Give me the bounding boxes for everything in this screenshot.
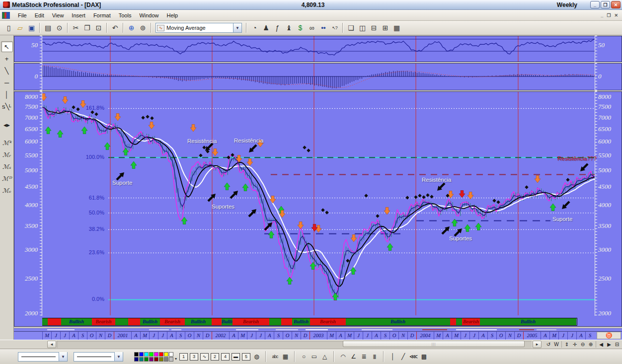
color-swatch[interactable] <box>139 352 144 357</box>
line-study-r-tool[interactable]: ℳᵣ <box>1 149 13 160</box>
scroll-right-button[interactable]: ▸ <box>533 341 542 348</box>
ellipse-tool-button[interactable]: ○ <box>299 352 309 362</box>
menu-insert[interactable]: Insert <box>68 11 89 19</box>
tile-grid-icon[interactable]: ⊞ <box>380 22 391 33</box>
next-chart-button[interactable]: ▶ <box>605 341 613 348</box>
scroll-left-right-tool[interactable]: ◂▸ <box>1 119 13 130</box>
zoom-out-button[interactable]: ⊖ <box>579 341 587 348</box>
paste-icon[interactable]: ⊡ <box>93 22 104 33</box>
downloader-icon[interactable]: $ <box>295 22 306 33</box>
color-swatch[interactable] <box>149 352 154 357</box>
close-button[interactable]: ✕ <box>611 1 621 8</box>
scroll-left-button[interactable]: ◂ <box>47 341 56 348</box>
line-study-s-tool[interactable]: ℳₛ <box>1 161 13 172</box>
crosshair-icon[interactable]: ⊕ <box>126 22 137 33</box>
stop-loss-tool[interactable]: s╲ᴸ <box>1 101 13 112</box>
zoom-in-button[interactable]: ⊕ <box>587 341 595 348</box>
explorer-icon[interactable]: ♟ <box>260 22 272 33</box>
chart-page-2-button[interactable]: 2 <box>211 353 219 361</box>
chart-page-5-button[interactable]: 5 <box>242 353 250 361</box>
oscillator-plot[interactable] <box>42 36 595 62</box>
color-swatch[interactable] <box>164 352 168 357</box>
pattern-button[interactable]: ▩ <box>419 352 429 362</box>
child-restore-icon[interactable]: ❐ <box>607 13 611 18</box>
weekly-periodicity-button[interactable]: W <box>552 341 560 348</box>
menu-edit[interactable]: Edit <box>31 11 48 19</box>
color-swatch[interactable] <box>154 352 158 357</box>
horizontal-line-tool[interactable]: ─ <box>1 77 13 88</box>
indicator-combo[interactable]: ∿Moving Average▼ <box>156 23 242 33</box>
fibonacci-timezones-button[interactable]: |||| <box>369 352 380 362</box>
pointer-tool[interactable]: ↖ <box>1 41 13 52</box>
menu-window[interactable]: Window <box>135 11 162 19</box>
gann-fan-button[interactable]: ⋘ <box>408 352 419 362</box>
tile-horizontal-icon[interactable]: ⊟ <box>368 22 380 33</box>
trendline-tool[interactable]: ╲ <box>1 65 13 76</box>
line-style-select-dropdown-button[interactable]: ▼ <box>59 352 67 361</box>
print-preview-icon[interactable]: ⊙ <box>54 22 65 33</box>
line-study-d-tool[interactable]: ℳᴰ <box>1 173 13 184</box>
color-swatch[interactable] <box>169 357 173 362</box>
cascade-windows-icon[interactable]: ❏ <box>345 22 357 33</box>
color-swatch[interactable] <box>169 352 173 357</box>
color-swatch[interactable] <box>149 357 154 362</box>
price-plot[interactable] <box>42 92 595 315</box>
triangle-tool-button[interactable]: △ <box>319 352 330 362</box>
print-icon[interactable]: ▤ <box>42 22 54 33</box>
color-swatch[interactable] <box>144 352 149 357</box>
zigzag-template-button[interactable]: ∿ <box>200 353 209 361</box>
pan-button[interactable]: ✛ <box>571 341 579 348</box>
save-icon[interactable]: ▣ <box>26 22 37 33</box>
text-tool-button[interactable]: abc <box>270 352 280 362</box>
vertical-scale-button[interactable]: ⇕ <box>563 341 571 348</box>
indicator-combo-dropdown-button[interactable]: ▼ <box>233 23 241 32</box>
child-close-icon[interactable]: ✕ <box>614 13 618 18</box>
tile-vertical-icon[interactable]: ◫ <box>357 22 368 33</box>
color-swatch[interactable] <box>139 357 144 362</box>
search-binoculars-icon[interactable]: ∞ <box>306 22 317 33</box>
color-swatch[interactable] <box>134 357 139 362</box>
fibonacci-retracement-button[interactable]: ≣ <box>359 352 369 362</box>
color-swatch[interactable] <box>164 357 168 362</box>
alert-icon[interactable]: ◔ <box>249 22 260 33</box>
restore-button[interactable]: ❐ <box>601 1 610 8</box>
context-help-icon[interactable]: ↖? <box>329 22 340 33</box>
scrollbar-track[interactable]: ||| <box>57 341 532 348</box>
chart-page-1-button[interactable]: 1 <box>179 353 188 361</box>
vertical-line-button[interactable]: │ <box>388 352 398 362</box>
menu-file[interactable]: File <box>14 11 31 19</box>
color-swatch[interactable] <box>144 357 149 362</box>
prev-chart-button[interactable]: ◀ <box>597 341 605 348</box>
copy-icon[interactable]: ❐ <box>81 22 93 33</box>
menu-help[interactable]: Help <box>163 11 182 19</box>
minimize-button[interactable]: _ <box>590 1 600 8</box>
fibonacci-fan-button[interactable]: ∠ <box>348 352 359 362</box>
crosshair-tool[interactable]: + <box>1 53 13 64</box>
line-style-select[interactable]: ▼ <box>18 352 68 362</box>
line-study-e-tool[interactable]: ℳₑ <box>1 185 13 196</box>
system-tester-icon[interactable]: ●● <box>317 22 329 33</box>
chart-page-3-button[interactable]: 3 <box>190 353 198 361</box>
color-swatch[interactable] <box>159 357 163 362</box>
open-chart-icon[interactable]: ▱ <box>14 22 26 33</box>
line-weight-select[interactable]: ▼ <box>74 352 123 362</box>
trendline-button[interactable]: ╱ <box>398 352 408 362</box>
menu-tools[interactable]: Tools <box>115 11 136 19</box>
fibonacci-arcs-button[interactable]: ◠ <box>338 352 348 362</box>
scrollbar-thumb[interactable]: ||| <box>343 341 525 347</box>
end-of-data-button[interactable]: ⊟ <box>613 341 621 348</box>
tile-layout-button[interactable]: ▬ <box>232 353 240 361</box>
undo-icon[interactable]: ↶ <box>109 22 121 33</box>
color-swatch[interactable] <box>134 352 139 357</box>
expert-advisor-icon[interactable]: ♝ <box>283 22 295 33</box>
refresh-button[interactable]: ↺ <box>544 341 552 348</box>
cut-icon[interactable]: ✂ <box>70 22 81 33</box>
histogram-plot[interactable] <box>42 64 595 90</box>
menu-format[interactable]: Format <box>89 11 115 19</box>
zoom-chart-icon[interactable]: ⊚ <box>137 22 149 33</box>
new-chart-icon[interactable]: ▯ <box>3 22 14 33</box>
menu-view[interactable]: View <box>48 11 68 19</box>
chart-page-4-button[interactable]: 4 <box>221 353 230 361</box>
line-weight-select-dropdown-button[interactable]: ▼ <box>114 352 123 361</box>
indicator-builder-icon[interactable]: ƒ <box>272 22 283 33</box>
